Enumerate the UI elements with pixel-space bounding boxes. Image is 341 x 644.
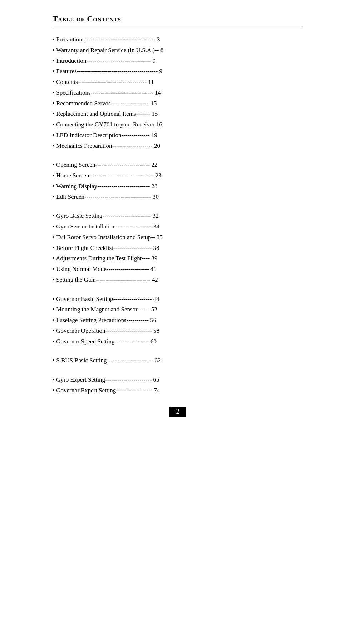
toc-item: • Recommended Servos------------------- … xyxy=(53,98,303,109)
toc-item: • Mounting the Magnet and Sensor------ 5… xyxy=(53,304,303,315)
toc-item: • Before Flight Checklist---------------… xyxy=(53,243,303,253)
toc-item: • Introduction--------------------------… xyxy=(53,56,303,66)
toc-sections: • Precautions---------------------------… xyxy=(53,34,303,396)
toc-item: • Governor Basic Setting----------------… xyxy=(53,294,303,305)
toc-item: • Gyro Sensor Installation--------------… xyxy=(53,221,303,232)
toc-section-4: • Governor Basic Setting----------------… xyxy=(53,294,303,347)
toc-item: • Precautions---------------------------… xyxy=(53,34,303,45)
toc-item: • Home Screen---------------------------… xyxy=(53,170,303,181)
toc-item: • Adjustments During the Test Flight----… xyxy=(53,253,303,264)
toc-item: • Warranty and Repair Service (in U.S.A.… xyxy=(53,45,303,56)
toc-item: • Contents------------------------------… xyxy=(53,77,303,87)
toc-item: • Specifications------------------------… xyxy=(53,87,303,98)
toc-item: • Governor Operation--------------------… xyxy=(53,326,303,336)
toc-item: • Governor Expert Setting---------------… xyxy=(53,385,303,396)
toc-item: • LED Indicator Description-------------… xyxy=(53,130,303,141)
toc-item: • Replacement and Optional Items------- … xyxy=(53,109,303,119)
toc-item: • Gyro Basic Setting--------------------… xyxy=(53,211,303,221)
toc-section-5: • S.BUS Basic Setting-------------------… xyxy=(53,355,303,366)
toc-section-3: • Gyro Basic Setting--------------------… xyxy=(53,211,303,285)
toc-item: • Warning Display-----------------------… xyxy=(53,181,303,192)
page-number-block: 2 xyxy=(53,407,303,417)
page-number: 2 xyxy=(169,407,186,417)
toc-item: • Mechanics Preparation-----------------… xyxy=(53,141,303,151)
toc-header: Table of Contents xyxy=(53,14,303,26)
toc-item: • S.BUS Basic Setting-------------------… xyxy=(53,355,303,366)
toc-item: • Tail Rotor Servo Installation and Setu… xyxy=(53,232,303,243)
toc-item: • Gyro Expert Setting-------------------… xyxy=(53,374,303,385)
toc-item: • Connecting the GY701 to your Receiver … xyxy=(53,119,303,130)
toc-item: • Features------------------------------… xyxy=(53,66,303,77)
toc-item: • Opening Screen------------------------… xyxy=(53,160,303,170)
toc-item: • Governor Speed Setting----------------… xyxy=(53,336,303,347)
toc-item: • Setting the Gain----------------------… xyxy=(53,275,303,285)
toc-section-2: • Opening Screen------------------------… xyxy=(53,160,303,202)
toc-section-1: • Precautions---------------------------… xyxy=(53,34,303,151)
toc-item: • Using Normal Mode---------------------… xyxy=(53,264,303,275)
toc-item: • Edit Screen---------------------------… xyxy=(53,192,303,202)
toc-section-6: • Gyro Expert Setting-------------------… xyxy=(53,374,303,396)
toc-item: • Fuselage Setting Precautions----------… xyxy=(53,315,303,326)
page-container: Table of Contents • Precautions---------… xyxy=(31,0,310,431)
toc-title: Table of Contents xyxy=(53,14,303,24)
